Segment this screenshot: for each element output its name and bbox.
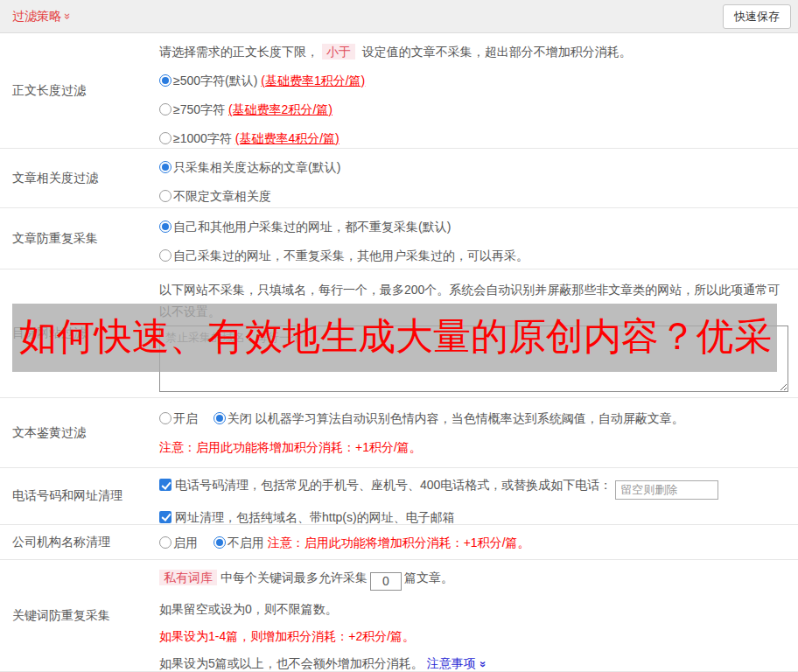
- radio-option-relevance-off[interactable]: 不限定文章相关度: [159, 187, 789, 205]
- porn-filter-desc: 以机器学习算法自动识别色情内容，当色情概率达到系统阈值，自动屏蔽文章。: [256, 411, 684, 425]
- row-porn-filter: 文本鉴黄过滤 开启 关闭 以机器学习算法自动识别色情内容，当色情概率达到系统阈值…: [0, 398, 798, 468]
- radio-icon[interactable]: [159, 161, 172, 173]
- row-label: 公司机构名称清理: [12, 525, 159, 559]
- row-body-length-filter: 正文长度过滤 请选择需求的正文长度下限， 小于 设定值的文章不采集，超出部分不增…: [0, 33, 798, 149]
- radio-icon[interactable]: [159, 249, 172, 262]
- porn-filter-cost-note: 注意：启用此功能将增加积分消耗：+1积分/篇。: [159, 438, 789, 456]
- row-label: 文章防重复采集: [12, 208, 159, 269]
- watermark-text: 如何快速、有效地生成大量的原创内容？优采: [19, 312, 772, 362]
- quick-save-button[interactable]: 快速保存: [723, 4, 791, 29]
- radio-icon[interactable]: [159, 536, 172, 549]
- radio-option-dedupe-own[interactable]: 自己采集过的网址，不重复采集，其他用户采集过的，可以再采。: [159, 247, 789, 264]
- row-phone-url-cleanup: 电话号码和网址清理 电话号码清理，包括常见的手机号、座机号、400电话格式，或替…: [0, 468, 798, 525]
- cost-note: (基础费率2积分/篇): [228, 102, 332, 116]
- radio-icon[interactable]: [159, 132, 172, 144]
- radio-option-porn-on[interactable]: 开启: [159, 411, 198, 425]
- row-relevance-filter: 文章相关度过滤 只采集相关度达标的文章(默认) 不限定文章相关度: [0, 149, 798, 208]
- radio-icon[interactable]: [214, 536, 226, 549]
- keyword-note-5plus: 如果设为5篇或以上，也不会额外增加积分消耗。: [159, 656, 424, 670]
- radio-option-company-off[interactable]: 不启用: [214, 536, 264, 550]
- radio-option-500[interactable]: ≥500字符(默认) (基础费率1积分/篇): [159, 72, 789, 89]
- page-title[interactable]: 过滤策略»: [12, 9, 71, 24]
- chevron-down-icon: »: [473, 661, 491, 667]
- radio-option-company-on[interactable]: 启用: [159, 536, 198, 550]
- row-label: 文章相关度过滤: [12, 149, 159, 207]
- notes-link[interactable]: 注意事项»: [427, 656, 486, 670]
- row-keyword-dedupe: 关键词防重复采集 私有词库中每个关键词最多允许采集篇文章。 如果留空或设为0，则…: [0, 560, 798, 672]
- row-dedupe-collection: 文章防重复采集 自己和其他用户采集过的网址，都不重复采集(默认) 自己采集过的网…: [0, 208, 798, 270]
- body-length-intro: 请选择需求的正文长度下限， 小于 设定值的文章不采集，超出部分不增加积分消耗。: [159, 43, 789, 60]
- checkbox-checked-icon[interactable]: [159, 479, 172, 491]
- keyword-note-unlimited: 如果留空或设为0，则不限篇数。: [159, 600, 789, 618]
- row-label: 电话号码和网址清理: [12, 468, 159, 524]
- cost-note: (基础费率4积分/篇): [235, 131, 340, 145]
- header-bar: 过滤策略» 快速保存: [0, 0, 798, 33]
- row-label: 正文长度过滤: [12, 33, 159, 148]
- row-label: 文本鉴黄过滤: [12, 398, 159, 467]
- less-than-badge: 小于: [322, 44, 355, 60]
- radio-icon[interactable]: [159, 190, 172, 202]
- row-company-name-cleanup: 公司机构名称清理 启用 不启用 注意：启用此功能将增加积分消耗：+1积分/篇。: [0, 525, 798, 560]
- max-articles-input[interactable]: [370, 572, 402, 591]
- checkbox-url-cleanup[interactable]: 网址清理，包括纯域名、带http(s)的网址、电子邮箱: [159, 508, 789, 527]
- company-cost-note: 注意：启用此功能将增加积分消耗：+1积分/篇。: [268, 536, 530, 550]
- replacement-phone-input[interactable]: [615, 480, 718, 500]
- radio-icon[interactable]: [159, 103, 172, 116]
- cost-note: (基础费率1积分/篇): [261, 74, 365, 88]
- radio-icon[interactable]: [159, 220, 172, 233]
- private-lexicon-badge: 私有词库: [159, 570, 217, 585]
- radio-icon[interactable]: [159, 412, 172, 424]
- radio-option-relevance-on[interactable]: 只采集相关度达标的文章(默认): [159, 158, 789, 176]
- radio-option-1000[interactable]: ≥1000字符 (基础费率4积分/篇): [159, 130, 789, 147]
- keyword-cost-note: 如果设为1-4篇，则增加积分消耗：+2积分/篇。: [159, 627, 789, 645]
- radio-icon[interactable]: [214, 412, 226, 424]
- chevron-down-icon: »: [61, 12, 74, 18]
- row-label: 关键词防重复采集: [12, 560, 159, 671]
- checkbox-phone-cleanup[interactable]: 电话号码清理，包括常见的手机号、座机号、400电话格式，或替换成如下电话：: [159, 475, 789, 500]
- radio-option-750[interactable]: ≥750字符 (基础费率2积分/篇): [159, 101, 789, 118]
- radio-option-porn-off[interactable]: 关闭: [214, 411, 252, 425]
- checkbox-checked-icon[interactable]: [159, 511, 172, 523]
- radio-option-dedupe-all[interactable]: 自己和其他用户采集过的网址，都不重复采集(默认): [159, 218, 789, 235]
- radio-icon[interactable]: [159, 74, 172, 87]
